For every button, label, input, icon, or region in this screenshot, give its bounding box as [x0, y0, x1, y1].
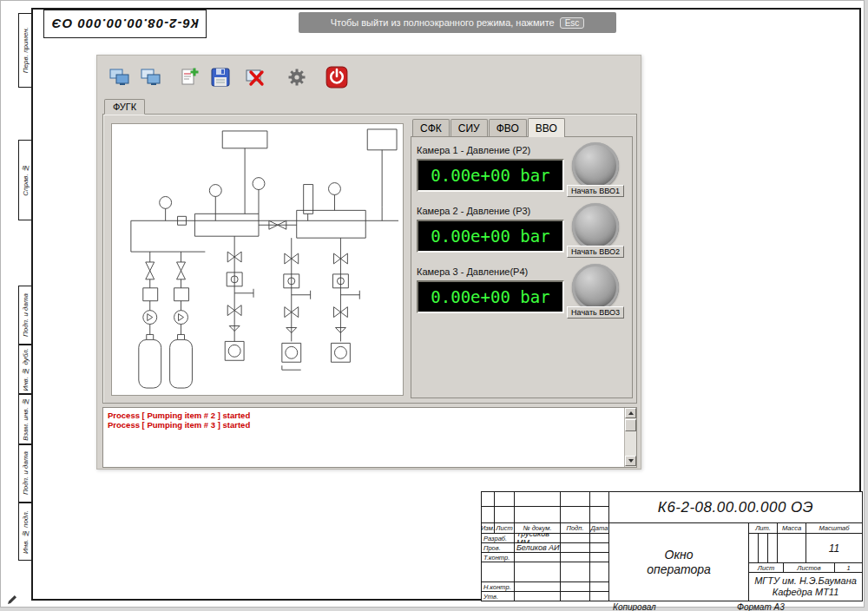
fullscreen-exit-toast: Чтобы выйти из полноэкранного режима, на… [299, 12, 616, 33]
tb-doc-title-line2: оператора [647, 562, 711, 577]
start-vvo1-button[interactable]: Начать ВВО1 [567, 185, 624, 197]
frame-field-inv-podl: Инв. № подл. [18, 503, 32, 561]
dual-screens-alt-icon[interactable] [135, 62, 167, 92]
gauge-label: Камера 3 - Давление(Р4) [417, 266, 564, 277]
abort-screen-icon[interactable] [240, 62, 271, 92]
tb-org-line2: Кафедра МТ11 [773, 587, 839, 598]
gauge-group-2: Камера 2 - Давление (Р3) 0.00e+00 bar На… [417, 203, 628, 258]
tb-org-line1: МГТУ им. Н.Э.Баумана [754, 575, 857, 587]
status-indicator-2 [572, 203, 619, 250]
start-vvo3-button[interactable]: Начать ВВО3 [567, 306, 624, 319]
footer-kopiroval: Копировал [613, 602, 656, 611]
frame-field-label: Взам. инв. № [22, 397, 30, 441]
tb-doc-title-line1: Окно [665, 548, 694, 562]
tb-scale-value: 11 [806, 533, 863, 563]
scroll-up-button[interactable] [625, 408, 636, 418]
operator-window: ФУГК [96, 55, 641, 470]
log-line: Process [ Pumping item # 3 ] started [108, 420, 632, 430]
frame-field-label: Подп. и дата [22, 451, 30, 495]
status-indicator-3 [572, 264, 619, 311]
down-arrow-icon [628, 459, 634, 463]
rotated-designation-stamp: К6-2-08.00.00.000 ОЭ [43, 10, 207, 38]
frame-field-sprav-no: Справ. № [18, 140, 32, 220]
right-tab-control: СФК СИУ ФВО ВВО Камера 1 - Давление (Р2)… [411, 117, 633, 398]
pressure-display-2: 0.00e+00 bar [417, 220, 564, 253]
tab-fvo[interactable]: ФВО [489, 119, 527, 136]
gauge-label: Камера 1 - Давление (Р2) [417, 145, 564, 155]
tab-fugk[interactable]: ФУГК [104, 99, 145, 115]
frame-field-podp-data-1: Подп. и дата [18, 286, 32, 345]
schematic-diagram [111, 123, 404, 396]
new-report-icon[interactable] [174, 62, 205, 92]
toolbar [104, 62, 352, 92]
tab-vvo[interactable]: ВВО [528, 118, 565, 137]
pressure-display-1: 0.00e+00 bar [417, 159, 564, 192]
process-log[interactable]: Process [ Pumping item # 2 ] started Pro… [102, 407, 637, 468]
frame-field-inv-dubl: Инв. № дубл. [18, 345, 32, 394]
footer-format: Формат А3 [737, 602, 785, 611]
tb-role-utv: Утв. [481, 591, 515, 601]
frame-field-podp-data-2: Подп. и дата [18, 444, 32, 503]
scroll-thumb[interactable] [625, 419, 636, 431]
pencil-cursor-icon [6, 594, 18, 609]
start-vvo2-button[interactable]: Начать ВВО2 [567, 246, 624, 258]
frame-field-label: Инв. № дубл. [22, 348, 30, 391]
rotated-designation-text: К6-2-08.00.00.000 ОЭ [51, 16, 199, 31]
pressure-display-3: 0.00e+00 bar [417, 280, 564, 313]
frame-field-label: Подп. и дата [22, 293, 30, 337]
tab-sfk[interactable]: СФК [412, 119, 450, 136]
toast-text: Чтобы выйти из полноэкранного режима, на… [331, 17, 555, 28]
scroll-down-button[interactable] [625, 456, 636, 466]
gauge-group-1: Камера 1 - Давление (Р2) 0.00e+00 bar На… [417, 142, 628, 197]
drawing-sheet: Перв. примен. Справ. № Подп. и дата Инв.… [0, 0, 865, 608]
esc-keycap: Esc [560, 17, 585, 29]
tab-siu[interactable]: СИУ [450, 119, 488, 136]
power-icon[interactable] [321, 62, 352, 92]
frame-field-label: Инв. № подл. [22, 510, 30, 554]
frame-field-vzam-inv: Взам. инв. № [18, 394, 32, 444]
main-panel: СФК СИУ ФВО ВВО Камера 1 - Давление (Р2)… [102, 114, 637, 404]
log-line: Process [ Pumping item # 2 ] started [108, 411, 632, 420]
tab-panel-vvo: Камера 1 - Давление (Р2) 0.00e+00 bar На… [411, 136, 633, 398]
frame-field-perv-primen: Перв. примен. [18, 13, 32, 88]
gauge-group-3: Камера 3 - Давление(Р4) 0.00e+00 bar Нач… [417, 264, 628, 319]
gauge-label: Камера 2 - Давление (Р3) [417, 206, 564, 216]
settings-gear-icon[interactable] [281, 62, 312, 92]
tb-organization: МГТУ им. Н.Э.Баумана Кафедра МТ11 [748, 572, 863, 601]
dual-screens-icon[interactable] [104, 62, 135, 92]
frame-field-label: Справ. № [22, 164, 30, 196]
status-indicator-1 [572, 142, 619, 189]
log-scrollbar[interactable] [624, 408, 636, 467]
frame-field-label: Перв. примен. [22, 27, 30, 73]
save-icon[interactable] [205, 62, 236, 92]
up-arrow-icon [628, 411, 634, 415]
tb-designation: К6-2-08.00.00.000 ОЭ [608, 491, 863, 523]
tb-doc-title: Окно оператора [608, 522, 749, 601]
title-block: Изм. Лист № докум. Подп. Дата Разраб. Тр… [481, 491, 863, 601]
tabstrip: СФК СИУ ФВО ВВО [411, 117, 633, 136]
